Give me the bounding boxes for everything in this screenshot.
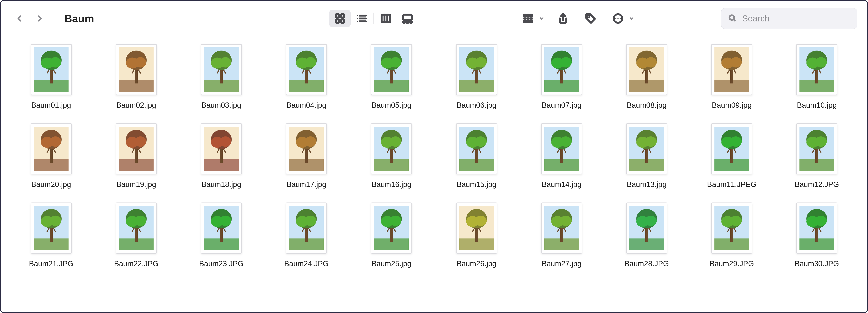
file-item[interactable]: Baum16.jpg [353, 123, 430, 189]
file-grid[interactable]: Baum01.jpg Baum02.jpg Baum03.jpg Baum04.… [1, 36, 867, 312]
svg-point-48 [220, 57, 231, 68]
file-name: Baum01.jpg [31, 101, 71, 110]
svg-point-198 [645, 216, 657, 226]
svg-point-204 [730, 216, 742, 226]
file-thumbnail [796, 123, 837, 174]
file-item[interactable]: Baum27.jpg [523, 202, 600, 268]
view-columns[interactable] [375, 10, 397, 27]
file-thumbnail [456, 202, 497, 254]
file-name: Baum21.JPG [29, 259, 73, 268]
file-item[interactable]: Baum17.jpg [268, 123, 345, 189]
view-gallery[interactable] [397, 10, 418, 27]
file-item[interactable]: Baum05.jpg [353, 44, 430, 110]
file-name: Baum20.jpg [31, 180, 71, 189]
file-thumbnail [201, 202, 242, 254]
file-thumbnail [116, 123, 157, 174]
file-thumbnail [31, 44, 72, 95]
svg-point-174 [305, 216, 316, 226]
file-item[interactable]: Baum19.jpg [98, 123, 175, 189]
file-item[interactable]: Baum09.jpg [693, 44, 770, 110]
share-button[interactable] [554, 10, 572, 27]
svg-rect-21 [524, 21, 526, 22]
back-button[interactable] [12, 11, 27, 26]
file-name: Baum24.JPG [284, 259, 329, 268]
file-item[interactable]: Baum12.JPG [778, 123, 856, 189]
file-item[interactable]: Baum29.JPG [693, 202, 770, 268]
file-item[interactable]: Baum25.jpg [353, 202, 430, 268]
file-item[interactable]: Baum13.jpg [608, 123, 685, 189]
toolbar: Baum [1, 1, 867, 36]
file-name: Baum14.jpg [541, 180, 582, 189]
svg-point-162 [134, 216, 146, 226]
file-item[interactable]: Baum10.jpg [778, 44, 856, 110]
svg-point-54 [305, 57, 316, 68]
svg-point-78 [645, 57, 657, 68]
file-name: Baum03.jpg [202, 101, 241, 110]
file-name: Baum26.jpg [457, 259, 496, 268]
file-item[interactable]: Baum03.jpg [183, 44, 260, 110]
file-thumbnail [711, 123, 752, 174]
file-thumbnail [286, 202, 327, 254]
svg-point-186 [475, 216, 487, 226]
file-item[interactable]: Baum02.jpg [98, 44, 175, 110]
file-item[interactable]: Baum22.JPG [98, 202, 175, 268]
svg-point-4 [357, 15, 358, 16]
svg-point-96 [50, 137, 61, 147]
file-name: Baum15.jpg [457, 180, 496, 189]
more-actions-button[interactable] [609, 10, 634, 27]
file-item[interactable]: Baum01.jpg [12, 44, 90, 110]
file-thumbnail [286, 123, 327, 174]
file-thumbnail [456, 44, 497, 95]
file-name: Baum23.JPG [199, 259, 244, 268]
view-separator [373, 12, 374, 24]
tags-button[interactable] [582, 10, 599, 27]
file-thumbnail [456, 123, 497, 174]
svg-point-26 [616, 18, 616, 19]
svg-rect-19 [530, 15, 532, 17]
svg-point-29 [730, 15, 734, 20]
svg-point-24 [588, 16, 590, 17]
file-thumbnail [371, 44, 412, 95]
file-item[interactable]: Baum06.jpg [438, 44, 515, 110]
file-item[interactable]: Baum08.jpg [608, 44, 685, 110]
file-item[interactable]: Baum15.jpg [438, 123, 515, 189]
file-thumbnail [371, 123, 412, 174]
svg-rect-3 [341, 20, 344, 23]
file-name: Baum22.JPG [114, 259, 158, 268]
file-item[interactable]: Baum23.JPG [183, 202, 260, 268]
file-name: Baum13.jpg [627, 180, 667, 189]
view-switch [329, 10, 418, 27]
svg-rect-22 [527, 21, 529, 22]
nav-group [12, 11, 47, 26]
group-by-button[interactable] [519, 10, 545, 27]
search-input[interactable] [742, 13, 850, 24]
file-grid-inner: Baum01.jpg Baum02.jpg Baum03.jpg Baum04.… [12, 44, 856, 268]
file-item[interactable]: Baum20.jpg [12, 123, 90, 189]
file-item[interactable]: Baum14.jpg [523, 123, 600, 189]
file-item[interactable]: Baum11.JPEG [693, 123, 770, 189]
file-thumbnail [711, 44, 752, 95]
file-name: Baum16.jpg [372, 180, 411, 189]
file-thumbnail [541, 44, 582, 95]
search-field[interactable] [721, 8, 858, 29]
file-name: Baum30.JPG [795, 259, 839, 268]
file-thumbnail [31, 123, 72, 174]
view-list[interactable] [351, 10, 372, 27]
file-thumbnail [31, 202, 72, 254]
file-item[interactable]: Baum04.jpg [268, 44, 345, 110]
svg-point-132 [560, 137, 572, 147]
file-item[interactable]: Baum28.JPG [608, 202, 685, 268]
svg-point-210 [815, 216, 827, 226]
file-item[interactable]: Baum26.jpg [438, 202, 515, 268]
file-thumbnail [541, 202, 582, 254]
folder-title: Baum [64, 12, 94, 25]
file-item[interactable]: Baum18.jpg [183, 123, 260, 189]
view-icon-grid[interactable] [329, 10, 351, 27]
group-by-icon [519, 10, 537, 27]
file-name: Baum17.jpg [286, 180, 327, 189]
file-item[interactable]: Baum21.JPG [12, 202, 90, 268]
file-item[interactable]: Baum24.JPG [268, 202, 345, 268]
file-item[interactable]: Baum30.JPG [778, 202, 856, 268]
forward-button[interactable] [33, 11, 47, 26]
file-item[interactable]: Baum07.jpg [523, 44, 600, 110]
